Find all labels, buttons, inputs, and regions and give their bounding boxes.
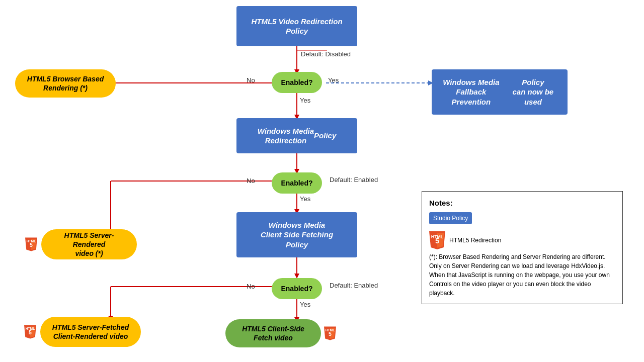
html5-video-redirection-box: HTML5 Video Redirection Policy <box>236 6 357 46</box>
enabled-decision-1: Enabled? <box>272 72 322 93</box>
html5-notes-icon: 5 HTML <box>429 231 445 249</box>
html5-client-side-container: HTML5 Client-SideFetch video 5 HTML <box>225 319 336 347</box>
windows-media-redirection-box: Windows MediaRedirection Policy <box>236 118 357 153</box>
asterisk-note: (*): Browser Based Rendering and Server … <box>429 252 615 298</box>
html5-browser-rendering-box: HTML5 Browser BasedRendering (*) <box>15 69 116 98</box>
notes-title: Notes: <box>429 198 615 209</box>
html5-notes-label: HTML5 Redirection <box>449 236 501 245</box>
svg-text:HTML: HTML <box>431 234 444 239</box>
no-label-1: No <box>247 76 255 84</box>
notes-box: Notes: Studio Policy 5 HTML HTML5 Redire… <box>422 191 623 304</box>
yes-label-2-down: Yes <box>300 195 310 203</box>
html5-icon-server-fetched: 5 HTML <box>24 325 36 339</box>
default-enabled-label-3: Default: Enabled <box>330 282 378 289</box>
html5-server-rendered-box: HTML5 Server-Renderedvideo (*) <box>41 229 137 259</box>
html5-icon-client-side: 5 HTML <box>324 326 336 340</box>
default-enabled-label-2: Default: Enabled <box>330 176 378 184</box>
yes-label-3-down: Yes <box>300 301 310 308</box>
html5-server-fetched-container: 5 HTML HTML5 Server-FetchedClient-Render… <box>24 317 141 347</box>
enabled-decision-3: Enabled? <box>272 278 322 299</box>
html5-icon-server-rendered: 5 HTML <box>25 237 37 251</box>
html5-client-side-box: HTML5 Client-SideFetch video <box>225 319 321 347</box>
svg-text:HTML: HTML <box>27 239 36 243</box>
studio-badge: Studio Policy <box>429 212 472 224</box>
html5-server-rendered-container: 5 HTML HTML5 Server-Renderedvideo (*) <box>25 229 137 259</box>
windows-media-client-box: Windows MediaClient Side FetchingPolicy <box>236 212 357 257</box>
default-disabled-label: Default: Disabled <box>301 50 351 58</box>
windows-media-fallback-box: Windows MediaFallback Prevention Policyc… <box>432 69 568 115</box>
no-label-2: No <box>247 177 255 185</box>
html5-server-fetched-box: HTML5 Server-FetchedClient-Rendered vide… <box>40 317 141 347</box>
svg-text:HTML: HTML <box>26 327 35 330</box>
diagram: HTML5 Video Redirection Policy Default: … <box>0 0 644 362</box>
enabled-decision-2: Enabled? <box>272 172 322 194</box>
yes-label-1-down: Yes <box>300 97 310 104</box>
yes-label-dotted: Yes <box>328 76 339 84</box>
svg-text:HTML: HTML <box>326 328 335 332</box>
no-label-3: No <box>247 283 255 290</box>
